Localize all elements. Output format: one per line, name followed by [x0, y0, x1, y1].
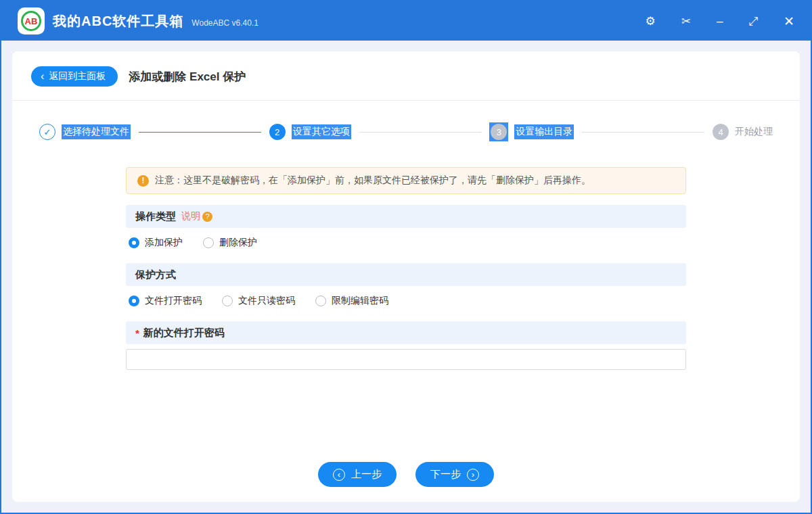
section-protection-mode: 保护方式	[126, 263, 686, 286]
app-title: 我的ABC软件工具箱	[53, 12, 183, 30]
prev-arrow-icon: ‹	[333, 469, 345, 481]
section-operation-type: 操作类型 说明 ?	[126, 205, 686, 228]
titlebar: AB 我的ABC软件工具箱 WodeABC v6.40.1 ⚙ ✂ – ⤢ ✕	[1, 1, 811, 41]
next-arrow-icon: ›	[467, 469, 479, 481]
step-indicator: ✓ 选择待处理文件 2 设置其它选项 3 设置输出目录 4 开始处理	[12, 101, 800, 149]
step-1-check-icon: ✓	[39, 124, 55, 140]
app-version: WodeABC v6.40.1	[191, 18, 258, 28]
fullscreen-button[interactable]: ⤢	[748, 16, 758, 27]
help-link[interactable]: 说明	[181, 210, 200, 223]
radio-readonly-password[interactable]: 文件只读密码	[222, 295, 295, 307]
password-label: 新的文件打开密码	[143, 327, 225, 340]
card-header: ‹ 返回到主面板 添加或删除 Excel 保护	[12, 51, 800, 100]
radio-open-password[interactable]: 文件打开密码	[129, 295, 202, 307]
back-button-label: 返回到主面板	[49, 70, 106, 83]
radio-open-password-label: 文件打开密码	[145, 295, 202, 307]
close-button[interactable]: ✕	[784, 15, 794, 28]
page-title: 添加或删除 Excel 保护	[129, 69, 246, 85]
app-logo: AB	[18, 7, 45, 34]
notice-text: 注意：这里不是破解密码，在「添加保护」前，如果原文件已经被保护了，请先「删除保护…	[155, 174, 591, 187]
protection-mode-options: 文件打开密码 文件只读密码 限制编辑密码	[126, 286, 686, 313]
step-4: 4 开始处理	[713, 124, 773, 140]
required-asterisk: *	[135, 327, 139, 339]
step-4-circle: 4	[713, 124, 729, 140]
operation-type-title: 操作类型	[135, 210, 176, 223]
radio-unselected-icon	[203, 237, 214, 248]
step-3-highlight: 3	[489, 122, 508, 141]
prev-step-label: 上一步	[351, 468, 382, 481]
help-question-icon[interactable]: ?	[202, 212, 212, 222]
step-3-label: 设置输出目录	[514, 124, 574, 139]
step-connector-3	[582, 132, 704, 133]
footer-nav: ‹ 上一步 下一步 ›	[12, 450, 800, 502]
logo-ab-icon: AB	[21, 11, 41, 31]
settings-icon[interactable]: ⚙	[646, 16, 656, 27]
app-window: AB 我的ABC软件工具箱 WodeABC v6.40.1 ⚙ ✂ – ⤢ ✕ …	[0, 0, 812, 514]
password-label-bar: * 新的文件打开密码	[126, 321, 686, 344]
step-1: ✓ 选择待处理文件	[39, 124, 131, 140]
warning-icon: !	[137, 175, 149, 187]
radio-unselected-icon	[315, 296, 326, 306]
step-2-circle: 2	[269, 124, 286, 140]
back-chevron-icon: ‹	[41, 71, 44, 82]
radio-edit-limit-password[interactable]: 限制编辑密码	[315, 295, 388, 307]
notice-banner: ! 注意：这里不是破解密码，在「添加保护」前，如果原文件已经被保护了，请先「删除…	[126, 167, 686, 194]
radio-selected-icon	[129, 237, 139, 248]
step-connector-2	[359, 132, 482, 133]
titlebar-controls: ⚙ ✂ – ⤢ ✕	[646, 15, 795, 28]
step-3: 3 设置输出目录	[489, 122, 574, 141]
radio-edit-limit-password-label: 限制编辑密码	[332, 295, 388, 307]
password-input[interactable]	[126, 349, 686, 370]
radio-remove-protection[interactable]: 删除保护	[203, 237, 257, 249]
back-button[interactable]: ‹ 返回到主面板	[31, 66, 118, 87]
radio-unselected-icon	[222, 296, 233, 306]
protection-mode-title: 保护方式	[135, 268, 176, 281]
radio-add-protection[interactable]: 添加保护	[129, 237, 183, 249]
scissors-icon[interactable]: ✂	[681, 16, 691, 27]
radio-readonly-password-label: 文件只读密码	[238, 295, 295, 307]
step-2-label: 设置其它选项	[292, 124, 351, 139]
radio-selected-icon	[129, 296, 139, 306]
content-area: ! 注意：这里不是破解密码，在「添加保护」前，如果原文件已经被保护了，请先「删除…	[12, 149, 800, 450]
operation-type-options: 添加保护 删除保护	[126, 228, 686, 255]
step-1-label: 选择待处理文件	[62, 124, 131, 139]
next-step-label: 下一步	[430, 468, 461, 481]
step-connector-1	[139, 132, 261, 133]
step-4-label: 开始处理	[735, 126, 773, 138]
minimize-button[interactable]: –	[717, 16, 723, 27]
prev-step-button[interactable]: ‹ 上一步	[318, 462, 397, 487]
step-3-circle: 3	[491, 124, 507, 140]
radio-remove-protection-label: 删除保护	[219, 237, 257, 249]
next-step-button[interactable]: 下一步 ›	[415, 462, 494, 487]
main-card: ‹ 返回到主面板 添加或删除 Excel 保护 ✓ 选择待处理文件 2 设置其它…	[12, 51, 800, 502]
step-2: 2 设置其它选项	[269, 124, 351, 140]
radio-add-protection-label: 添加保护	[145, 237, 183, 249]
